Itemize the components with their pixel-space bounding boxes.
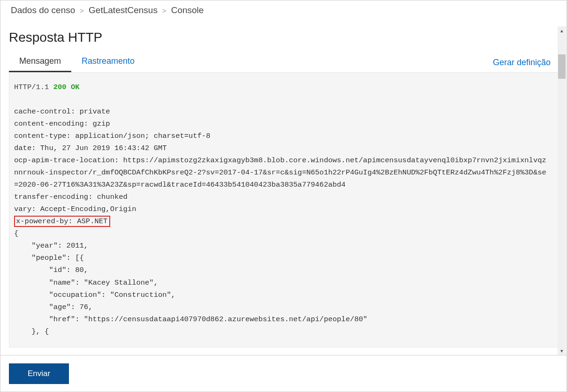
response-header-line: vary: Accept-Encoding,Origin [14,203,553,215]
response-body-line: "name": "Kacey Stallone", [14,277,553,289]
page-title: Resposta HTTP [9,30,558,45]
scroll-down-arrow-icon[interactable]: ▾ [558,347,566,355]
highlighted-header-line: x-powered-by: ASP.NET [14,215,553,227]
response-header-line: content-encoding: gzip [14,118,553,130]
tab-bar: Mensagem Rastreamento Gerar definição [9,53,558,72]
content-scroll-region: Resposta HTTP Mensagem Rastreamento Gera… [0,26,567,355]
highlighted-header: x-powered-by: ASP.NET [14,216,110,227]
response-body-line: { [14,227,553,240]
vertical-scrollbar[interactable]: ▴ ▾ [558,26,566,355]
response-header-line: transfer-encoding: chunked [14,191,553,203]
breadcrumb-item[interactable]: Dados do censo [11,5,75,15]
generate-definition-link[interactable]: Gerar definição [493,58,558,72]
response-body-line: "occupation": "Construction", [14,289,553,301]
response-header-line: content-type: application/json; charset=… [14,130,553,142]
response-header-line: =2020-06-27T16%3A31%3A23Z&sp=racwdl&trac… [14,179,553,191]
http-response-content: HTTP/1.1 200 OK cache-control: privateco… [9,72,558,347]
response-body-line: "year": 2011, [14,240,553,252]
response-body-line: "age": 76, [14,301,553,313]
send-button[interactable]: Enviar [9,363,69,384]
response-body-line: "id": 80, [14,264,553,276]
breadcrumb-item[interactable]: GetLatestCensus [89,5,158,15]
chevron-right-icon: > [162,7,166,15]
scroll-up-arrow-icon[interactable]: ▴ [558,26,566,35]
tab-message[interactable]: Mensagem [9,53,71,72]
http-status-line: HTTP/1.1 200 OK [14,81,553,93]
footer-bar: Enviar [0,355,567,392]
response-header-line: nnrnouk-inspector/r_dmfOQBCDAfChKbKPsreQ… [14,166,553,179]
breadcrumb-item[interactable]: Console [171,5,204,15]
tab-trace[interactable]: Rastreamento [71,53,145,72]
response-header-line: cache-control: private [14,106,553,118]
breadcrumb: Dados do censo > GetLatestCensus > Conso… [0,0,567,19]
response-body-line: "people": [{ [14,252,553,264]
scrollbar-thumb[interactable] [558,54,566,79]
response-header-line: ocp-apim-trace-location: https://apimsto… [14,154,553,166]
response-body-line: }, { [14,325,553,338]
blank-line [14,93,553,106]
chevron-right-icon: > [80,7,84,15]
response-body-line: "href": "https://censusdataapi407970d862… [14,313,553,325]
response-header-line: date: Thu, 27 Jun 2019 16:43:42 GMT [14,142,553,154]
